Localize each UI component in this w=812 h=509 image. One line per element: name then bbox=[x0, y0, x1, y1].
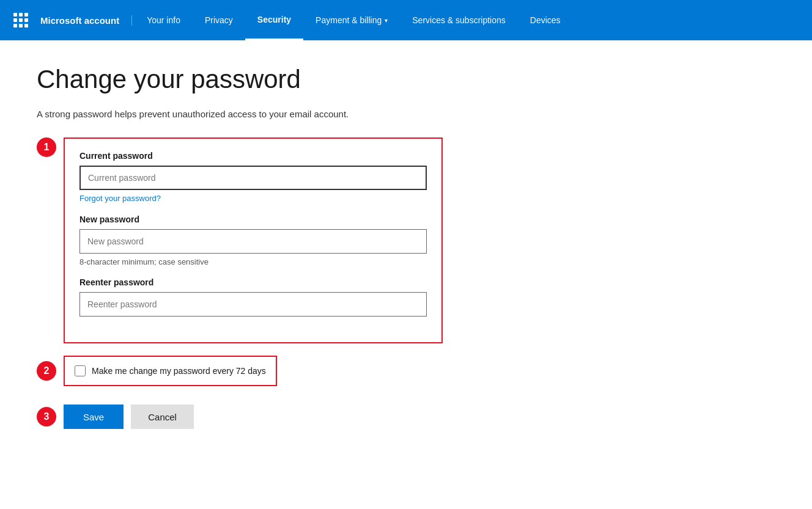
nav-services-subscriptions[interactable]: Services & subscriptions bbox=[400, 0, 518, 40]
brand-label: Microsoft account bbox=[40, 15, 132, 26]
checkbox-label: Make me change my password every 72 days bbox=[92, 366, 266, 376]
page-title: Change your password bbox=[37, 65, 775, 94]
app-grid-button[interactable] bbox=[10, 9, 32, 31]
new-password-input[interactable] bbox=[79, 229, 427, 254]
current-password-input[interactable] bbox=[79, 166, 427, 190]
button-row: 3 Save Cancel bbox=[37, 405, 775, 429]
new-password-label: New password bbox=[79, 214, 427, 224]
cancel-button[interactable]: Cancel bbox=[131, 405, 194, 429]
nav-links: Your info Privacy Security Payment & bil… bbox=[135, 0, 812, 40]
nav-privacy[interactable]: Privacy bbox=[193, 0, 245, 40]
current-password-group: Current password Forgot your password? bbox=[79, 151, 427, 203]
checkbox-section-wrapper: 2 Make me change my password every 72 da… bbox=[37, 356, 775, 386]
annotation-3: 3 bbox=[37, 407, 56, 427]
new-password-group: New password 8-character minimum; case s… bbox=[79, 214, 427, 266]
dropdown-arrow-icon: ▾ bbox=[385, 17, 388, 24]
password-form-section-wrapper: 1 Current password Forgot your password?… bbox=[37, 137, 775, 343]
form-buttons: Save Cancel bbox=[64, 405, 194, 429]
save-button[interactable]: Save bbox=[64, 405, 124, 429]
annotation-1: 1 bbox=[37, 137, 56, 157]
current-password-label: Current password bbox=[79, 151, 427, 161]
grid-dots-icon bbox=[13, 13, 28, 27]
annotation-2: 2 bbox=[37, 361, 56, 381]
nav-devices[interactable]: Devices bbox=[518, 0, 573, 40]
new-password-hint: 8-character minimum; case sensitive bbox=[79, 257, 427, 266]
password-form-section: Current password Forgot your password? N… bbox=[64, 137, 443, 343]
nav-your-info[interactable]: Your info bbox=[135, 0, 193, 40]
checkbox-section: Make me change my password every 72 days bbox=[64, 356, 277, 386]
reenter-password-input[interactable] bbox=[79, 292, 427, 317]
nav-payment-billing[interactable]: Payment & billing ▾ bbox=[303, 0, 400, 40]
main-content: Change your password A strong password h… bbox=[0, 40, 812, 453]
change-password-checkbox[interactable] bbox=[75, 365, 86, 376]
forgot-password-link[interactable]: Forgot your password? bbox=[79, 194, 161, 203]
top-navigation: Microsoft account Your info Privacy Secu… bbox=[0, 0, 812, 40]
nav-security[interactable]: Security bbox=[245, 0, 303, 40]
reenter-password-group: Reenter password bbox=[79, 277, 427, 317]
reenter-password-label: Reenter password bbox=[79, 277, 427, 287]
page-subtitle: A strong password helps prevent unauthor… bbox=[37, 109, 775, 119]
